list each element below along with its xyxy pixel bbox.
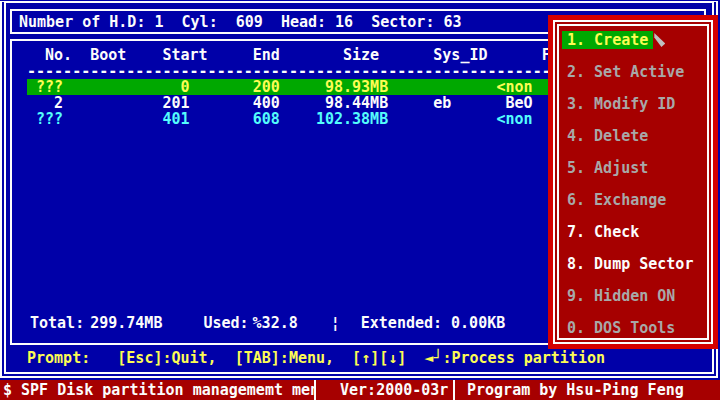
menu-item-set-active[interactable]: 2. Set Active <box>567 64 707 96</box>
cell-start: 401 <box>126 111 189 127</box>
cell-end: 608 <box>190 111 280 127</box>
partition-menu-panel: 1. Create 2. Set Active 3. Modify ID 4. … <box>553 20 713 344</box>
cell-format: <non <box>451 111 532 127</box>
prompt-bar: Prompt: [Esc]:Quit, [TAB]:Menu, [↑][↓] ◄… <box>0 350 720 367</box>
cell-start: 0 <box>126 79 189 95</box>
cell-no: ??? <box>27 79 63 95</box>
statusbar-credit: Program by Hsu-Ping Feng <box>455 380 720 400</box>
menu-item-delete[interactable]: 4. Delete <box>567 128 707 160</box>
column-header-format: F <box>488 47 551 63</box>
used-label: Used: <box>203 315 248 331</box>
extended-label: Extended: <box>361 315 442 331</box>
cell-size: 98.44MB <box>280 95 388 111</box>
column-header-end: End <box>208 47 280 63</box>
cell-end: 200 <box>190 79 280 95</box>
disk-summary: Total:299.74MBUsed:%32.8¦Extended:0.00KB <box>30 315 505 331</box>
statusbar-version: Ver:2000-03r <box>316 380 455 400</box>
cell-format: <non <box>451 79 532 95</box>
cell-size: 102.38MB <box>280 111 388 127</box>
mouse-cursor-icon <box>654 33 665 47</box>
cell-sysid: eb <box>388 95 451 111</box>
column-header-start: Start <box>126 47 207 63</box>
total-value: 299.74MB <box>90 315 162 331</box>
menu-item-exchange[interactable]: 6. Exchange <box>567 192 707 224</box>
cell-end: 400 <box>190 95 280 111</box>
partition-menu: 1. Create 2. Set Active 3. Modify ID 4. … <box>548 15 718 349</box>
cell-format: BeO <box>451 95 532 111</box>
menu-item-dump-sector[interactable]: 8. Dump Sector <box>567 256 707 288</box>
menu-item-hidden-on[interactable]: 9. Hidden ON <box>567 288 707 320</box>
cell-start: 201 <box>126 95 189 111</box>
used-value: %32.8 <box>253 315 298 331</box>
menu-item-dos-tools[interactable]: 0. DOS Tools <box>567 320 707 344</box>
menu-item-adjust[interactable]: 5. Adjust <box>567 160 707 192</box>
column-header-sysid: Sys_ID <box>379 47 487 63</box>
menu-item-create[interactable]: 1. Create <box>567 32 707 64</box>
statusbar-app-title: $ SPF Disk partition managememt menu <box>0 380 316 400</box>
extended-value: 0.00KB <box>451 315 505 331</box>
menu-item-modify-id[interactable]: 3. Modify ID <box>567 96 707 128</box>
cell-no: 2 <box>27 95 63 111</box>
column-header-boot: Boot <box>72 47 126 63</box>
menu-item-create-label: 1. Create <box>562 31 653 49</box>
cell-size: 98.93MB <box>280 79 388 95</box>
cell-no: ??? <box>27 111 63 127</box>
column-header-no: No. <box>27 47 72 63</box>
menu-item-check[interactable]: 7. Check <box>567 224 707 256</box>
summary-divider: ¦ <box>331 315 340 331</box>
total-label: Total: <box>30 315 84 331</box>
status-bar: $ SPF Disk partition managememt menu Ver… <box>0 380 720 400</box>
column-header-size: Size <box>280 47 379 63</box>
